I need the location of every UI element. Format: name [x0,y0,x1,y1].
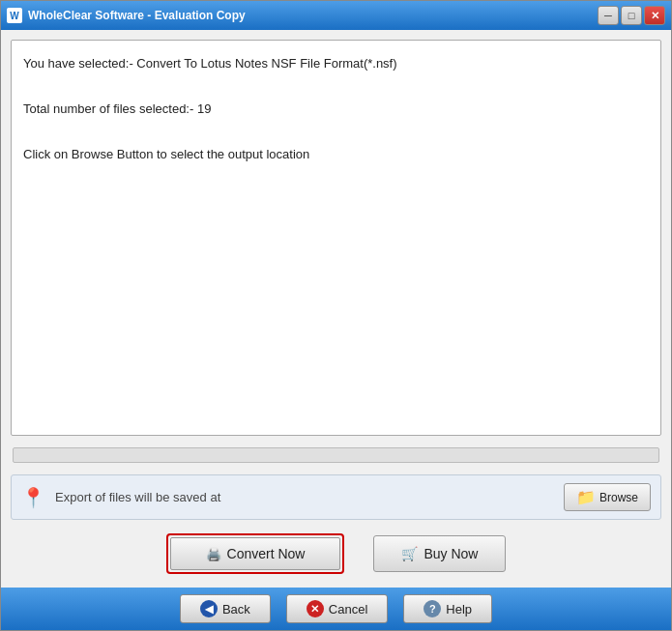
title-bar-buttons: ─ □ ✕ [598,6,665,25]
info-textbox: You have selected:- Convert To Lotus Not… [11,40,661,436]
main-window: W WholeClear Software - Evaluation Copy … [0,0,672,631]
convert-now-button[interactable]: 🖨️ Convert Now [170,537,341,570]
maximize-button[interactable]: □ [621,6,642,25]
minimize-button[interactable]: ─ [598,6,619,25]
export-label: Export of files will be saved at [55,490,554,504]
progress-bar-track [13,447,659,463]
help-button[interactable]: ? Help [403,594,492,623]
title-bar-left: W WholeClear Software - Evaluation Copy [7,8,246,23]
close-button[interactable]: ✕ [644,6,665,25]
progress-area [11,444,661,467]
back-label: Back [222,602,250,617]
folder-icon: 📁 [576,488,596,506]
help-icon: ? [424,600,441,617]
cancel-label: Cancel [329,602,367,617]
browse-label: Browse [599,491,638,504]
convert-btn-wrapper: 🖨️ Convert Now [166,533,345,574]
cancel-icon: ✕ [307,600,324,617]
back-icon: ◀ [200,600,218,617]
info-line3: Click on Browse Button to select the out… [23,143,649,165]
cancel-button[interactable]: ✕ Cancel [286,594,388,623]
action-row: 🖨️ Convert Now 🛒 Buy Now [11,528,661,578]
back-button[interactable]: ◀ Back [180,594,271,623]
title-bar: W WholeClear Software - Evaluation Copy … [1,1,671,30]
convert-icon: 🖨️ [206,547,221,561]
main-content: You have selected:- Convert To Lotus Not… [1,30,671,588]
buy-now-button[interactable]: 🛒 Buy Now [373,535,506,572]
buy-label: Buy Now [424,546,478,561]
bottom-bar: ◀ Back ✕ Cancel ? Help [1,588,671,630]
location-icon: 📍 [21,486,45,509]
app-icon: W [7,8,22,23]
help-label: Help [446,602,472,617]
window-title: WholeClear Software - Evaluation Copy [28,9,246,22]
export-row: 📍 Export of files will be saved at 📁 Bro… [11,474,661,520]
info-line2: Total number of files selected:- 19 [23,98,649,120]
browse-button[interactable]: 📁 Browse [564,483,651,511]
info-line1: You have selected:- Convert To Lotus Not… [23,52,649,74]
cart-icon: 🛒 [401,546,418,561]
convert-label: Convert Now [227,546,306,561]
